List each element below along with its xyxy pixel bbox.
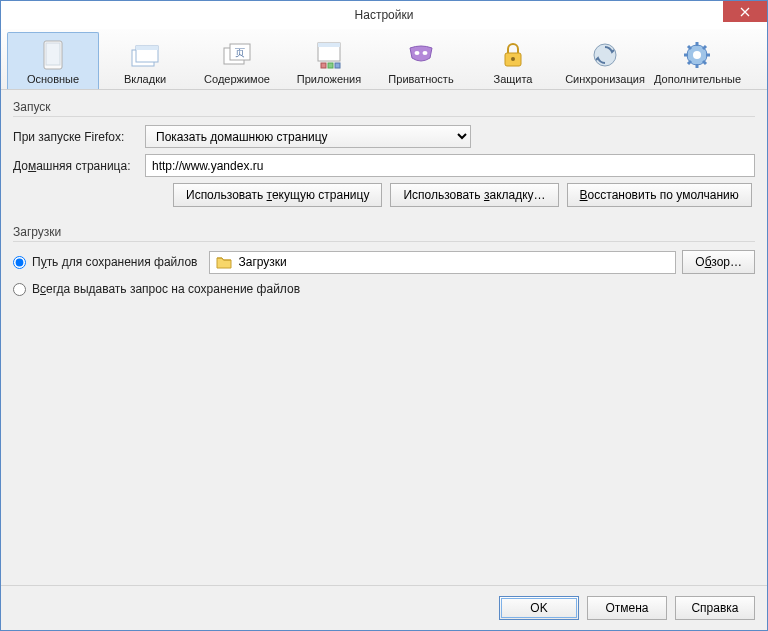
svg-rect-4 — [136, 46, 158, 50]
svg-rect-11 — [328, 63, 333, 68]
svg-point-19 — [693, 51, 701, 59]
launch-select[interactable]: Показать домашнюю страницу — [145, 125, 471, 148]
cancel-button[interactable]: Отмена — [587, 596, 667, 620]
homepage-label: Домашняя страница: — [13, 159, 139, 173]
tab-sync[interactable]: Синхронизация — [559, 32, 651, 89]
privacy-mask-icon — [378, 39, 464, 71]
general-icon — [10, 39, 96, 71]
always-ask-label: Всегда выдавать запрос на сохранение фай… — [32, 282, 300, 296]
titlebar: Настройки — [1, 1, 767, 29]
tab-advanced[interactable]: Дополнительные — [651, 32, 743, 89]
restore-default-button[interactable]: Восстановить по умолчанию — [567, 183, 752, 207]
tab-applications[interactable]: Приложения — [283, 32, 375, 89]
window-title: Настройки — [355, 8, 414, 22]
svg-text:页: 页 — [235, 47, 245, 58]
downloads-group-label: Загрузки — [13, 225, 755, 239]
ok-button[interactable]: OK — [499, 596, 579, 620]
svg-line-25 — [703, 61, 706, 64]
svg-rect-12 — [335, 63, 340, 68]
always-ask-radio[interactable] — [13, 283, 26, 296]
save-to-radio[interactable] — [13, 256, 26, 269]
use-bookmark-button[interactable]: Использовать закладку… — [390, 183, 558, 207]
help-button[interactable]: Справка — [675, 596, 755, 620]
folder-icon — [216, 255, 232, 269]
homepage-input[interactable] — [145, 154, 755, 177]
tab-general[interactable]: Основные — [7, 32, 99, 89]
download-folder-name: Загрузки — [238, 255, 286, 269]
gear-icon — [654, 39, 740, 71]
svg-point-16 — [511, 57, 515, 61]
tab-content[interactable]: 页 Содержимое — [191, 32, 283, 89]
svg-point-14 — [423, 51, 428, 55]
startup-group-label: Запуск — [13, 100, 755, 114]
content-icon: 页 — [194, 39, 280, 71]
startup-group: Запуск При запуске Firefox: Показать дом… — [13, 100, 755, 213]
browse-button[interactable]: Обзор… — [682, 250, 755, 274]
tab-security[interactable]: Защита — [467, 32, 559, 89]
svg-line-24 — [688, 46, 691, 49]
svg-line-27 — [703, 46, 706, 49]
divider — [13, 241, 755, 242]
downloads-group: Загрузки Путь для сохранения файлов Загр… — [13, 225, 755, 304]
use-current-page-button[interactable]: Использовать текущую страницу — [173, 183, 382, 207]
tab-tabs[interactable]: Вкладки — [99, 32, 191, 89]
tab-privacy[interactable]: Приватность — [375, 32, 467, 89]
lock-icon — [470, 39, 556, 71]
dialog-footer: OK Отмена Справка — [1, 585, 767, 630]
sync-icon — [562, 39, 648, 71]
svg-rect-9 — [318, 43, 340, 47]
settings-window: Настройки Основные Вкладки 页 Содержимое — [0, 0, 768, 631]
content-area: Запуск При запуске Firefox: Показать дом… — [1, 90, 767, 585]
applications-icon — [286, 39, 372, 71]
svg-rect-1 — [46, 43, 60, 65]
close-button[interactable] — [723, 1, 767, 22]
svg-line-26 — [688, 61, 691, 64]
launch-label: При запуске Firefox: — [13, 130, 139, 144]
svg-rect-10 — [321, 63, 326, 68]
svg-point-13 — [415, 51, 420, 55]
divider — [13, 116, 755, 117]
category-toolbar: Основные Вкладки 页 Содержимое Приложения… — [1, 29, 767, 90]
close-icon — [740, 7, 750, 17]
tabs-icon — [102, 39, 188, 71]
download-folder-field[interactable]: Загрузки — [209, 251, 676, 274]
save-to-label: Путь для сохранения файлов — [32, 255, 197, 269]
